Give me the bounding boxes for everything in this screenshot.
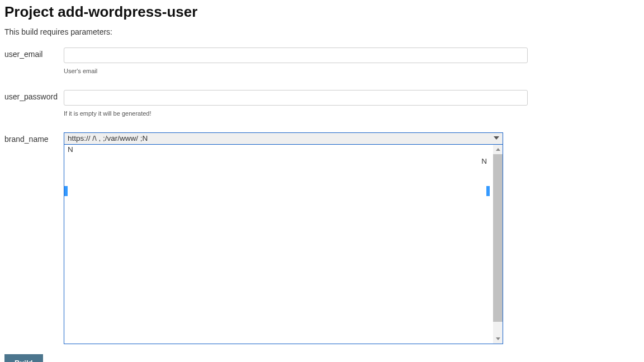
param-row-user-email: user_email User's email <box>4 47 640 74</box>
label-user-email: user_email <box>4 47 64 61</box>
param-row-brand-name: brand_name https:// /\ , ;/var/www/ ;N <box>4 132 640 344</box>
dropdown-option-trailing: N <box>480 157 488 165</box>
parameters-subtitle: This build requires parameters: <box>4 27 640 36</box>
label-user-password: user_password <box>4 90 64 103</box>
user-email-input[interactable] <box>64 47 528 63</box>
selection-highlight-right <box>486 186 490 196</box>
scrollbar-thumb[interactable] <box>493 154 503 322</box>
help-user-email: User's email <box>64 68 640 74</box>
build-button[interactable]: Build <box>4 354 43 362</box>
param-row-user-password: user_password If it is empty it will be … <box>4 90 640 117</box>
scroll-up-icon[interactable] <box>493 145 503 154</box>
brand-name-selected-value: https:// /\ , ;/var/www/ ;N <box>68 134 148 142</box>
brand-name-dropdown[interactable]: N N <box>64 145 503 344</box>
scrollbar-track[interactable] <box>493 145 503 344</box>
dropdown-option[interactable]: N <box>64 145 503 155</box>
selection-highlight-left <box>64 186 68 196</box>
label-brand-name: brand_name <box>4 132 64 146</box>
brand-name-select[interactable]: https:// /\ , ;/var/www/ ;N <box>64 132 503 145</box>
user-password-input[interactable] <box>64 90 528 106</box>
scroll-down-icon[interactable] <box>493 334 503 344</box>
page-title: Project add-wordpress-user <box>4 3 640 21</box>
help-user-password: If it is empty it will be generated! <box>64 110 640 117</box>
chevron-down-icon <box>494 136 499 140</box>
